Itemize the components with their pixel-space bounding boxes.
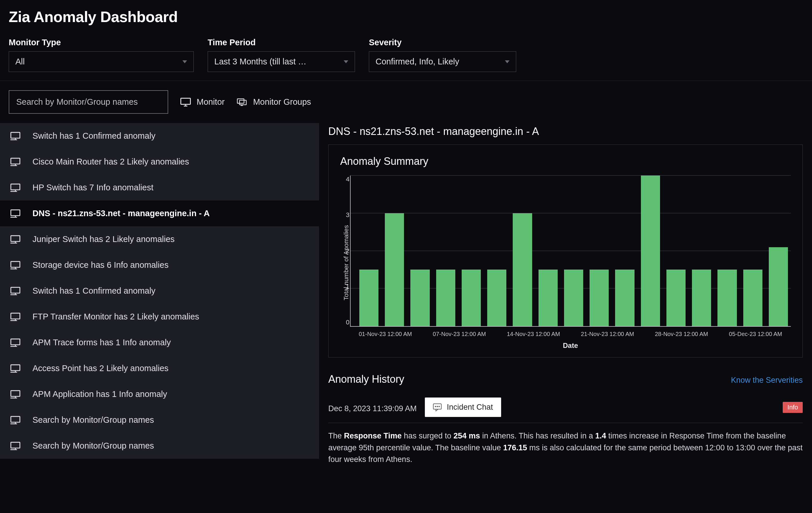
svg-point-46 — [435, 406, 436, 407]
monitor-item-label: Access Point has 2 Likely anomalies — [32, 363, 169, 373]
filter-label-time-period: Time Period — [208, 38, 355, 47]
know-severities-link[interactable]: Know the Serverities — [731, 376, 803, 385]
chart-x-tick: 05-Dec-23 12:00 AM — [729, 331, 782, 338]
monitor-icon — [10, 261, 20, 270]
chart-bar — [769, 247, 788, 326]
monitor-list-item[interactable]: Switch has 1 Confirmed anomaly — [0, 278, 319, 304]
svg-rect-12 — [11, 184, 20, 190]
chart-bar — [692, 270, 711, 326]
chart-bar — [666, 270, 686, 326]
monitor-item-label: DNS - ns21.zns-53.net - manageengine.in … — [32, 209, 210, 218]
monitor-icon — [10, 132, 20, 140]
monitor-list-item[interactable]: Access Point has 2 Likely anomalies — [0, 355, 319, 381]
monitor-item-label: Juniper Switch has 2 Likely anomalies — [32, 235, 175, 244]
monitor-list-item[interactable]: FTP Transfer Monitor has 2 Likely anomal… — [0, 304, 319, 330]
monitor-item-label: APM Application has 1 Info anomaly — [32, 389, 167, 399]
search-input[interactable] — [9, 90, 168, 114]
chart-x-tick: 14-Nov-23 12:00 AM — [507, 331, 560, 338]
monitor-list-item[interactable]: Switch has 1 Confirmed anomaly — [0, 123, 319, 149]
time-period-select[interactable]: Last 3 Months (till last … — [208, 51, 355, 72]
chart-y-tick: 0 — [341, 319, 349, 326]
svg-rect-24 — [11, 287, 20, 293]
chart-bar — [359, 270, 378, 326]
svg-rect-33 — [11, 365, 20, 371]
svg-rect-15 — [11, 210, 20, 216]
chart-bar — [513, 213, 532, 326]
svg-rect-6 — [11, 132, 20, 138]
monitor-item-label: FTP Transfer Monitor has 2 Likely anomal… — [32, 312, 199, 322]
monitor-list-item[interactable]: DNS - ns21.zns-53.net - manageengine.in … — [0, 200, 319, 226]
monitor-list-item[interactable]: Search by Monitor/Group names — [0, 433, 319, 459]
chart-bar — [410, 270, 430, 326]
chart-bar — [718, 270, 736, 326]
history-body: The Response Time has surged to 254 ms i… — [328, 430, 803, 465]
chart-x-tick: 28-Nov-23 12:00 AM — [655, 331, 708, 338]
monitor-icon — [10, 287, 20, 295]
chart-bar — [589, 270, 609, 326]
monitor-item-label: Search by Monitor/Group names — [32, 415, 154, 425]
monitor-list: Switch has 1 Confirmed anomalyCisco Main… — [0, 123, 319, 465]
chart-title: Anomaly Summary — [340, 155, 791, 167]
monitor-icon — [180, 98, 191, 107]
filter-bar: Monitor Type All Time Period Last 3 Mont… — [0, 31, 812, 81]
chart-plot: 43210 — [350, 176, 791, 327]
chart-x-tick: 21-Nov-23 12:00 AM — [581, 331, 634, 338]
monitor-list-item[interactable]: APM Trace forms has 1 Info anomaly — [0, 330, 319, 355]
severity-select[interactable]: Confirmed, Info, Likely — [369, 51, 516, 72]
svg-rect-18 — [11, 236, 20, 241]
monitor-item-label: Storage device has 6 Info anomalies — [32, 260, 169, 270]
monitor-list-item[interactable]: Juniper Switch has 2 Likely anomalies — [0, 226, 319, 252]
monitor-icon — [10, 235, 20, 244]
svg-point-48 — [439, 406, 440, 407]
monitor-icon — [10, 183, 20, 192]
monitor-item-label: Switch has 1 Confirmed anomaly — [32, 286, 155, 296]
anomaly-summary-card: Anomaly Summary Total number of Anomalie… — [328, 144, 803, 357]
chart-x-label: Date — [350, 342, 791, 350]
svg-point-47 — [437, 406, 438, 407]
toggle-monitor-groups-label: Monitor Groups — [253, 97, 311, 107]
svg-rect-0 — [181, 98, 191, 104]
monitor-icon — [10, 416, 20, 425]
svg-rect-9 — [11, 158, 20, 164]
chart-y-tick: 1 — [341, 283, 349, 291]
svg-rect-39 — [11, 416, 20, 422]
monitor-icon — [10, 390, 20, 399]
svg-rect-30 — [11, 339, 20, 345]
svg-rect-21 — [11, 262, 20, 267]
monitor-type-select[interactable]: All — [9, 51, 194, 72]
svg-rect-42 — [11, 442, 20, 448]
incident-chat-button[interactable]: Incident Chat — [425, 398, 501, 417]
history-timestamp: Dec 8, 2023 11:39:09 AM — [328, 404, 417, 413]
chart-y-tick: 3 — [341, 211, 349, 219]
monitor-list-item[interactable]: Storage device has 6 Info anomalies — [0, 252, 319, 278]
svg-rect-36 — [11, 390, 20, 396]
monitor-item-label: Cisco Main Router has 2 Likely anomalies — [32, 157, 189, 166]
monitor-list-item[interactable]: Search by Monitor/Group names — [0, 407, 319, 433]
toggle-monitor-groups[interactable]: Monitor Groups — [237, 97, 311, 107]
monitor-icon — [10, 158, 20, 166]
incident-chat-label: Incident Chat — [447, 403, 493, 412]
chart-bar — [564, 270, 583, 326]
monitor-list-item[interactable]: HP Switch has 7 Info anomaliest — [0, 175, 319, 200]
monitor-icon — [10, 364, 20, 373]
monitor-item-label: APM Trace forms has 1 Info anomaly — [32, 338, 171, 347]
detail-title: DNS - ns21.zns-53.net - manageengine.in … — [328, 125, 803, 138]
monitor-item-label: HP Switch has 7 Info anomaliest — [32, 183, 153, 192]
chart-x-tick: 07-Nov-23 12:00 AM — [433, 331, 486, 338]
chart-bar — [641, 176, 660, 326]
toolbar: Monitor Monitor Groups — [0, 81, 812, 123]
svg-rect-4 — [239, 100, 246, 105]
chart-y-tick: 4 — [341, 176, 349, 183]
svg-rect-27 — [11, 313, 20, 319]
chart-bar — [487, 270, 506, 326]
filter-label-severity: Severity — [369, 38, 516, 47]
monitor-list-item[interactable]: APM Application has 1 Info anomaly — [0, 381, 319, 407]
chart-bar — [385, 213, 404, 326]
chart-bar — [539, 270, 558, 326]
filter-label-monitor-type: Monitor Type — [9, 38, 194, 47]
monitor-list-item[interactable]: Cisco Main Router has 2 Likely anomalies — [0, 149, 319, 175]
svg-rect-3 — [237, 99, 244, 103]
toggle-monitor[interactable]: Monitor — [180, 97, 225, 107]
history-title: Anomaly History — [328, 373, 404, 385]
severity-badge: Info — [783, 402, 803, 413]
